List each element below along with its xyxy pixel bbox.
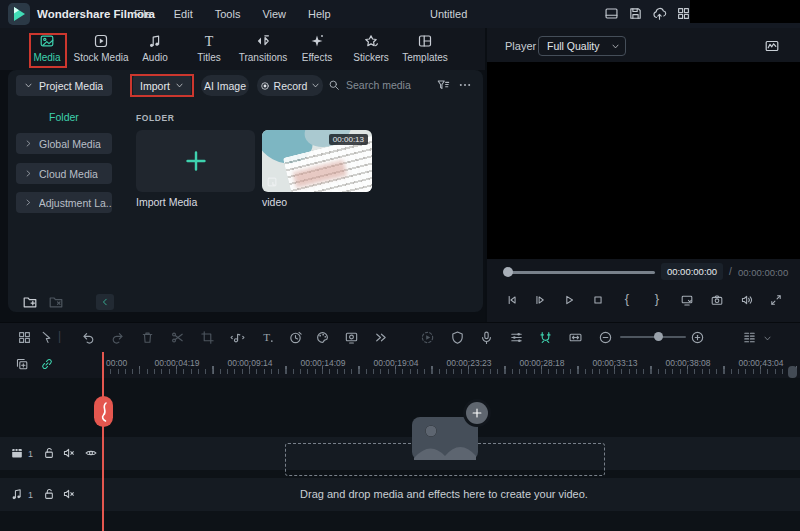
import-button[interactable]: Import xyxy=(133,75,191,96)
audio-track-number: 1 xyxy=(28,490,33,500)
ripple-edit-button[interactable] xyxy=(568,330,583,345)
play-button[interactable] xyxy=(562,293,576,307)
undo-button[interactable] xyxy=(81,330,96,345)
menu-tools[interactable]: Tools xyxy=(215,8,241,20)
cursor-button[interactable] xyxy=(39,330,54,345)
redo-button[interactable] xyxy=(110,330,125,345)
display-device-button[interactable] xyxy=(680,293,694,307)
sidebar-item-folder[interactable]: Folder xyxy=(16,111,112,123)
caret-down-button[interactable] xyxy=(763,334,772,343)
timeline-zoom-handle[interactable] xyxy=(654,332,663,341)
crop-button[interactable] xyxy=(200,330,215,345)
apps-grid-icon[interactable] xyxy=(676,6,691,21)
snapping-button[interactable] xyxy=(538,330,553,345)
chroma-key-button[interactable] xyxy=(344,330,359,345)
menu-help[interactable]: Help xyxy=(308,8,331,20)
text-tool-button[interactable]: T xyxy=(260,330,275,345)
palette-button[interactable] xyxy=(315,330,330,345)
tab-templates[interactable]: Templates xyxy=(398,33,452,67)
media-panel: Project Media Folder Global MediaCloud M… xyxy=(8,70,483,312)
svg-text:T: T xyxy=(263,331,270,343)
timeline-zoom-slider[interactable] xyxy=(620,336,686,338)
quality-dropdown[interactable]: Full Quality xyxy=(538,36,626,56)
current-timecode[interactable]: 00:00:00:00 xyxy=(661,263,723,280)
video-clip-card[interactable]: 00:00:13 xyxy=(262,130,372,192)
import-media-card[interactable] xyxy=(136,130,255,192)
snapshot-button[interactable] xyxy=(710,293,724,307)
export-icon[interactable] xyxy=(652,6,667,21)
tab-media[interactable]: Media xyxy=(20,33,74,67)
lock-icon[interactable] xyxy=(42,487,56,501)
menu-file[interactable]: File xyxy=(134,8,152,20)
playhead-handle[interactable] xyxy=(94,396,113,427)
new-folder-icon[interactable] xyxy=(22,294,38,310)
eye-icon[interactable] xyxy=(84,446,98,460)
player-scrub-track[interactable] xyxy=(505,271,655,274)
collapse-sidebar-button[interactable] xyxy=(96,294,114,310)
import-card-label: Import Media xyxy=(136,196,197,208)
link-icon[interactable] xyxy=(40,357,54,371)
mute-icon[interactable] xyxy=(62,446,76,460)
delete-folder-icon[interactable] xyxy=(48,294,64,310)
duplicate-icon[interactable] xyxy=(15,357,29,371)
save-icon[interactable] xyxy=(628,6,643,21)
lock-icon[interactable] xyxy=(42,446,56,460)
mark-in-button[interactable]: { xyxy=(620,291,634,306)
chevrons-right-button[interactable] xyxy=(373,330,388,345)
zoom-in-button[interactable] xyxy=(690,330,705,345)
playhead-line[interactable] xyxy=(102,352,104,531)
tab-stock-media[interactable]: Stock Media xyxy=(74,33,128,67)
scissors-button[interactable] xyxy=(170,330,185,345)
preview-viewport xyxy=(487,62,800,259)
total-timecode: 00:00:00:00 xyxy=(738,267,788,278)
shield-button[interactable] xyxy=(450,330,465,345)
audio-icon xyxy=(147,33,163,49)
panel-layout-icon[interactable] xyxy=(604,6,619,21)
scrollbar-thumb[interactable] xyxy=(788,366,797,378)
trash-button[interactable] xyxy=(140,330,155,345)
grid-view-button[interactable] xyxy=(17,330,32,345)
menu-view[interactable]: View xyxy=(262,8,286,20)
previous-frame-button[interactable] xyxy=(505,293,519,307)
mixer-button[interactable] xyxy=(509,330,524,345)
tab-effects[interactable]: Effects xyxy=(290,33,344,67)
menu-bar: FileEditToolsViewHelp xyxy=(134,8,331,20)
sidebar-group-global-media[interactable]: Global Media xyxy=(16,133,112,154)
video-scope-icon[interactable] xyxy=(764,38,780,54)
sidebar-group-adjustment-la[interactable]: Adjustment La... xyxy=(16,192,112,213)
next-frame-button[interactable] xyxy=(533,293,547,307)
volume-button[interactable] xyxy=(740,293,754,307)
proxy-badge-icon xyxy=(266,176,278,188)
timeline-ruler[interactable]: 00:00 00:00:04:1900:00:09:1400:00:14:090… xyxy=(0,352,800,378)
speed-button[interactable] xyxy=(288,330,303,345)
tab-titles[interactable]: TTitles xyxy=(182,33,236,67)
caret-right-icon xyxy=(24,198,33,207)
menu-edit[interactable]: Edit xyxy=(174,8,193,20)
chevron-left-icon xyxy=(100,297,110,307)
tab-transitions[interactable]: Transitions xyxy=(236,33,290,67)
drop-hint-text: Drag and drop media and effects here to … xyxy=(144,488,744,500)
more-options-icon[interactable] xyxy=(458,78,472,92)
render-preview-button[interactable] xyxy=(420,330,435,345)
tab-stickers[interactable]: Stickers xyxy=(344,33,398,67)
sidebar-group-cloud-media[interactable]: Cloud Media xyxy=(16,163,112,184)
tab-audio[interactable]: Audio xyxy=(128,33,182,67)
player-scrub-handle[interactable] xyxy=(503,267,513,277)
filmora-logo-icon xyxy=(8,3,30,25)
caret-down-icon xyxy=(24,81,33,90)
mute-icon[interactable] xyxy=(62,487,76,501)
fullscreen-button[interactable] xyxy=(769,293,783,307)
mark-out-button[interactable]: } xyxy=(650,291,664,306)
filter-icon[interactable] xyxy=(436,78,450,92)
microphone-button[interactable] xyxy=(479,330,494,345)
beat-sync-button[interactable] xyxy=(230,330,245,345)
record-button[interactable]: Record xyxy=(257,75,323,96)
ai-image-button[interactable]: AI Image xyxy=(201,75,249,96)
zoom-out-button[interactable] xyxy=(598,330,613,345)
stop-button[interactable] xyxy=(591,293,605,307)
search-input[interactable]: Search media xyxy=(346,79,411,91)
track-height-button[interactable] xyxy=(742,330,757,345)
search-icon[interactable] xyxy=(328,79,340,91)
add-media-badge[interactable] xyxy=(466,402,488,424)
sidebar-item-project-media[interactable]: Project Media xyxy=(16,75,112,96)
